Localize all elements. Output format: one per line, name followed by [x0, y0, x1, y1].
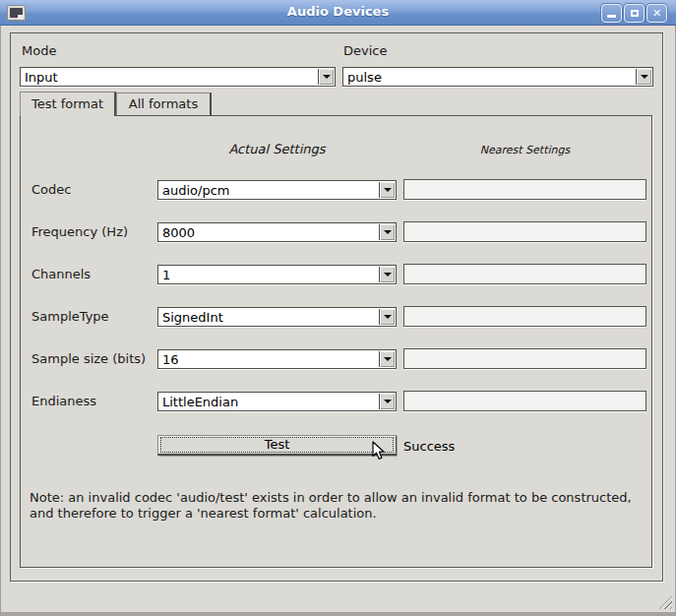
titlebar[interactable]: Audio Devices ✕: [0, 0, 676, 26]
device-label: Device: [343, 43, 387, 59]
frequency-nearest-field[interactable]: [403, 221, 646, 242]
audio-devices-window: Audio Devices ✕ Mode Device Input pulse …: [0, 0, 676, 616]
chevron-down-icon[interactable]: [318, 69, 334, 85]
close-icon: ✕: [652, 8, 661, 19]
sampletype-nearest-field[interactable]: [403, 306, 646, 327]
maximize-icon: [631, 10, 639, 17]
codec-select-value: audio/pcm: [162, 182, 229, 199]
nearest-settings-heading: Nearest Settings: [403, 144, 646, 156]
chevron-down-icon[interactable]: [379, 309, 395, 325]
mode-select[interactable]: Input: [20, 67, 336, 87]
tab-all-formats[interactable]: All formats: [116, 92, 212, 115]
sampletype-select[interactable]: SignedInt: [157, 307, 397, 327]
endianess-label: Endianess: [31, 394, 96, 409]
samplesize-label: Sample size (bits): [31, 351, 146, 367]
chevron-down-icon[interactable]: [379, 182, 395, 198]
device-select[interactable]: pulse: [342, 67, 653, 87]
samplesize-nearest-field[interactable]: [403, 348, 646, 369]
resize-grip-icon[interactable]: [658, 595, 672, 609]
channels-nearest-field[interactable]: [403, 264, 646, 284]
sampletype-select-value: SignedInt: [162, 309, 223, 326]
cursor-arrow-icon: [372, 441, 386, 462]
frequency-select-value: 8000: [162, 224, 195, 241]
window-title: Audio Devices: [0, 4, 676, 19]
maximize-button[interactable]: [624, 4, 645, 23]
device-select-value: pulse: [347, 69, 382, 86]
endianess-select[interactable]: LittleEndian: [157, 392, 397, 411]
channels-select[interactable]: 1: [157, 265, 397, 284]
codec-nearest-field[interactable]: [403, 179, 646, 200]
codec-label: Codec: [31, 182, 71, 198]
mode-select-value: Input: [25, 69, 58, 86]
chevron-down-icon[interactable]: [379, 394, 395, 409]
tab-test-format[interactable]: Test format: [20, 92, 116, 116]
sampletype-label: SampleType: [31, 309, 109, 325]
test-button[interactable]: Test: [157, 435, 397, 456]
actual-settings-heading: Actual Settings: [157, 142, 397, 156]
endianess-nearest-field[interactable]: [403, 391, 646, 411]
samplesize-select[interactable]: 16: [157, 349, 397, 369]
channels-select-value: 1: [162, 267, 170, 283]
channels-label: Channels: [31, 267, 91, 282]
chevron-down-icon[interactable]: [379, 224, 395, 240]
focus-ring: [160, 437, 394, 453]
minimize-icon: [607, 15, 616, 18]
codec-select[interactable]: audio/pcm: [157, 180, 397, 200]
endianess-select-value: LittleEndian: [162, 394, 238, 410]
chevron-down-icon[interactable]: [379, 351, 395, 367]
minimize-button[interactable]: [601, 4, 622, 23]
mode-label: Mode: [22, 43, 56, 59]
frequency-label: Frequency (Hz): [31, 224, 128, 240]
chevron-down-icon[interactable]: [379, 267, 395, 282]
chevron-down-icon[interactable]: [636, 69, 651, 85]
samplesize-select-value: 16: [162, 351, 179, 368]
status-text: Success: [403, 439, 455, 454]
note-text: Note: an invalid codec 'audio/test' exis…: [30, 490, 657, 522]
close-button[interactable]: ✕: [646, 4, 667, 23]
frequency-select[interactable]: 8000: [157, 222, 397, 242]
